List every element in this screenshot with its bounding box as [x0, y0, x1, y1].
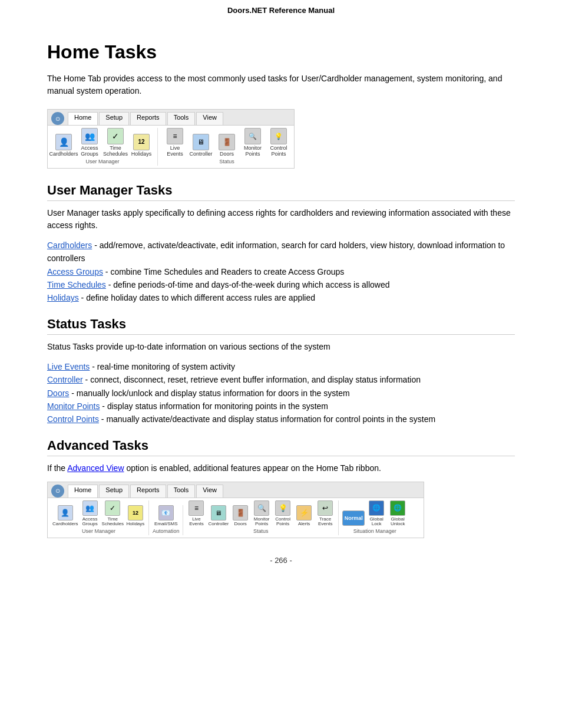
- advanced-ribbon-tabs: ⊙ Home Setup Reports Tools View: [48, 482, 424, 498]
- ribbon-item-doors[interactable]: 🚪 Doors: [216, 134, 238, 157]
- basic-ribbon-mockup: ⊙ Home Setup Reports Tools View 👤 Cardho…: [47, 109, 295, 169]
- ribbon-tab-view[interactable]: View: [196, 112, 223, 125]
- status-tasks-desc: Status Tasks provide up-to-date informat…: [47, 341, 515, 353]
- ribbon-item-controller[interactable]: 🖥 Controller: [190, 134, 212, 157]
- adv-alerts-label: Alerts: [298, 522, 310, 527]
- access-groups-link[interactable]: Access Groups: [47, 267, 103, 276]
- adv-item-alerts[interactable]: ⚡ Alerts: [295, 505, 313, 527]
- live-events-link-item: Live Events - real-time monitoring of sy…: [47, 360, 515, 373]
- adv-items-situation: Normal 🌐 GlobalLock 🌐 GlobalUnlock: [342, 500, 407, 528]
- page-number: - 266 -: [270, 556, 292, 565]
- ribbon-tab-setup[interactable]: Setup: [99, 112, 129, 125]
- status-group-label: Status: [219, 159, 234, 164]
- adv-group-automation: 📧 Email/SMS Automation: [151, 505, 184, 535]
- adv-time-schedules-label: TimeSchedules: [102, 517, 124, 528]
- ribbon-item-control-points[interactable]: 💡 ControlPoints: [267, 128, 290, 157]
- adv-item-monitor-points[interactable]: 🔍 MonitorPoints: [252, 500, 271, 528]
- ribbon-item-time-schedules[interactable]: ✓ TimeSchedules: [104, 128, 127, 157]
- advanced-ribbon-body: 👤 Cardholders 👥 AccessGroups ✓ TimeSched…: [48, 498, 424, 538]
- adv-automation-label: Automation: [153, 528, 180, 534]
- adv-alerts-icon: ⚡: [296, 505, 312, 521]
- advanced-view-link-text: Advanced View: [67, 463, 124, 473]
- control-points-link[interactable]: Control Points: [47, 414, 99, 424]
- holidays-link[interactable]: Holidays: [47, 293, 79, 302]
- adv-time-schedules-icon: ✓: [105, 500, 120, 516]
- app-button[interactable]: ⊙: [51, 112, 64, 125]
- ribbon-tab-home[interactable]: Home: [68, 112, 98, 125]
- adv-email-sms-icon: 📧: [158, 505, 174, 521]
- adv-item-global-unlock[interactable]: 🌐 GlobalUnlock: [388, 500, 407, 528]
- adv-item-control-points[interactable]: 💡 ControlPoints: [273, 500, 292, 528]
- cardholders-link[interactable]: Cardholders: [47, 241, 92, 250]
- control-points-link-desc: - manually activate/deactivate and displ…: [99, 414, 435, 424]
- adv-normal-icon: Normal: [342, 510, 365, 526]
- ribbon-tab-reports[interactable]: Reports: [130, 112, 166, 125]
- adv-ribbon-tab-view[interactable]: View: [196, 485, 223, 498]
- ribbon-tab-tools[interactable]: Tools: [167, 112, 196, 125]
- advanced-desc-post: option is enabled, additional features a…: [124, 463, 381, 473]
- adv-item-doors[interactable]: 🚪 Doors: [231, 505, 250, 527]
- time-schedules-icon: ✓: [107, 128, 124, 144]
- time-schedules-label: TimeSchedules: [103, 146, 128, 157]
- adv-access-groups-icon: 👥: [82, 500, 98, 516]
- control-points-icon: 💡: [270, 128, 287, 144]
- adv-ribbon-tab-tools[interactable]: Tools: [167, 485, 196, 498]
- monitor-points-link[interactable]: Monitor Points: [47, 401, 100, 411]
- adv-ribbon-tab-home[interactable]: Home: [68, 485, 98, 498]
- ribbon-item-monitor-points[interactable]: 🔍 MonitorPoints: [242, 128, 264, 157]
- advanced-desc-pre: If the: [47, 463, 67, 473]
- adv-item-normal[interactable]: Normal: [342, 510, 365, 527]
- doors-link-item: Doors - manually lock/unlock and display…: [47, 387, 515, 400]
- adv-ribbon-tab-setup[interactable]: Setup: [99, 485, 129, 498]
- adv-ribbon-tab-reports[interactable]: Reports: [130, 485, 166, 498]
- adv-item-controller[interactable]: 🖥 Controller: [208, 505, 229, 527]
- adv-items-user-manager: 👤 Cardholders 👥 AccessGroups ✓ TimeSched…: [52, 500, 145, 528]
- adv-item-trace-events[interactable]: ↩ TraceEvents: [316, 500, 335, 528]
- adv-item-cardholders[interactable]: 👤 Cardholders: [52, 505, 78, 527]
- adv-item-time-schedules[interactable]: ✓ TimeSchedules: [102, 500, 124, 528]
- time-schedules-link[interactable]: Time Schedules: [47, 280, 106, 289]
- cardholders-link-desc: - add/remove, activate/deactivate, edit …: [47, 241, 505, 263]
- advanced-view-link[interactable]: Advanced View: [67, 463, 124, 473]
- adv-item-email-sms[interactable]: 📧 Email/SMS: [154, 505, 178, 527]
- ribbon-item-holidays[interactable]: 12 Holidays: [130, 134, 153, 157]
- doors-label: Doors: [220, 151, 234, 157]
- adv-items-status: ≡ LiveEvents 🖥 Controller 🚪 Doors 🔍 Moni…: [187, 500, 335, 528]
- ribbon-item-live-events[interactable]: ≡ LiveEvents: [164, 128, 186, 157]
- access-groups-label: AccessGroups: [81, 146, 98, 157]
- doors-link[interactable]: Doors: [47, 388, 69, 398]
- cardholders-link-item: Cardholders - add/remove, activate/deact…: [47, 239, 515, 265]
- adv-global-lock-icon: 🌐: [369, 500, 384, 516]
- basic-ribbon-tabs: ⊙ Home Setup Reports Tools View: [48, 110, 294, 126]
- adv-items-automation: 📧 Email/SMS: [154, 505, 178, 527]
- ribbon-item-cardholders[interactable]: 👤 Cardholders: [52, 134, 75, 157]
- adv-item-holidays[interactable]: 12 Holidays: [126, 505, 145, 527]
- adv-app-button[interactable]: ⊙: [51, 485, 64, 498]
- page-content: Home Tasks The Home Tab provides access …: [0, 18, 562, 588]
- adv-email-sms-label: Email/SMS: [154, 522, 178, 527]
- adv-item-global-lock[interactable]: 🌐 GlobalLock: [367, 500, 386, 528]
- adv-control-points-icon: 💡: [275, 500, 290, 516]
- live-events-link[interactable]: Live Events: [47, 362, 90, 371]
- advanced-tasks-desc: If the Advanced View option is enabled, …: [47, 462, 515, 475]
- ribbon-items-status: ≡ LiveEvents 🖥 Controller 🚪 Doors 🔍 Moni…: [164, 128, 290, 157]
- doors-icon: 🚪: [219, 134, 235, 150]
- adv-access-groups-label: AccessGroups: [82, 517, 97, 528]
- adv-trace-events-icon: ↩: [318, 500, 333, 516]
- time-schedules-link-desc: - define periods-of-time and days-of-the…: [106, 280, 390, 289]
- ribbon-item-access-groups[interactable]: 👥 AccessGroups: [78, 128, 101, 157]
- doors-link-desc: - manually lock/unlock and display statu…: [69, 388, 349, 398]
- adv-item-live-events[interactable]: ≡ LiveEvents: [187, 500, 206, 528]
- controller-link[interactable]: Controller: [47, 375, 83, 384]
- basic-ribbon-body: 👤 Cardholders 👥 AccessGroups ✓ TimeSched…: [48, 126, 294, 168]
- advanced-tasks-section-title: Advanced Tasks: [47, 438, 515, 456]
- adv-monitor-points-icon: 🔍: [254, 500, 269, 516]
- advanced-ribbon-mockup: ⊙ Home Setup Reports Tools View 👤 Cardho…: [47, 482, 424, 539]
- adv-item-access-groups[interactable]: 👥 AccessGroups: [81, 500, 100, 528]
- adv-cardholders-icon: 👤: [58, 505, 73, 521]
- adv-status-label: Status: [253, 528, 269, 534]
- adv-trace-events-label: TraceEvents: [318, 517, 332, 528]
- ribbon-group-user-manager: 👤 Cardholders 👥 AccessGroups ✓ TimeSched…: [51, 128, 158, 166]
- user-manager-group-label: User Manager: [85, 159, 119, 164]
- adv-situation-label: Situation Manager: [353, 528, 396, 534]
